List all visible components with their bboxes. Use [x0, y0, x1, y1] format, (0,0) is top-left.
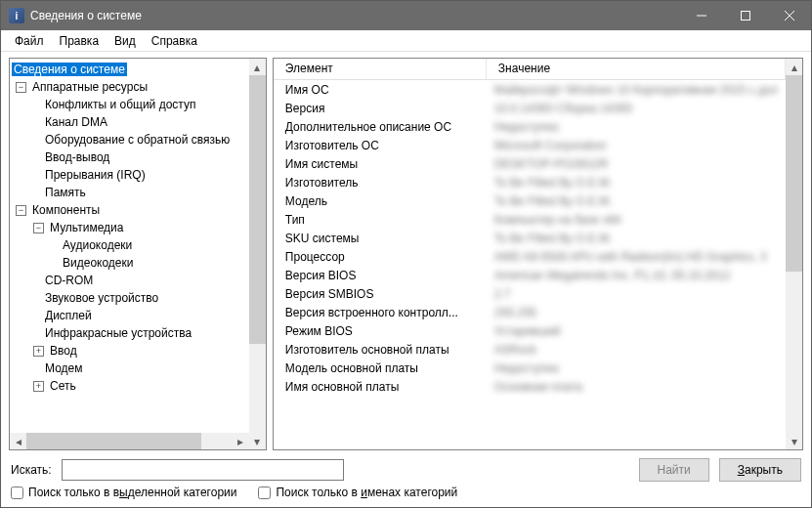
cell-value: 255.255 — [487, 306, 786, 319]
menu-help[interactable]: Справка — [144, 32, 205, 50]
cell-value: Недоступно — [487, 120, 786, 134]
expand-icon[interactable]: + — [33, 346, 44, 357]
table-row[interactable]: Версия встроенного контролл...255.255 — [274, 303, 786, 321]
cell-value: American Megatrends Inc. P1.10, 05.10.20… — [487, 269, 786, 282]
collapse-icon[interactable]: − — [16, 82, 26, 93]
scroll-up-icon[interactable]: ▴ — [786, 59, 802, 75]
table-row[interactable]: Изготовитель основной платыASRock — [274, 340, 786, 359]
details-panel: Элемент Значение Имя ОСМайкрософт Window… — [273, 58, 803, 450]
tree-video-codecs[interactable]: Видеокодеки — [61, 256, 135, 270]
menu-edit[interactable]: Правка — [52, 32, 107, 50]
check-category-names[interactable]: Поиск только в именах категорий — [258, 486, 457, 499]
titlebar[interactable]: i Сведения о системе — [1, 1, 811, 30]
cell-value: To Be Filled By O.E.M. — [487, 232, 786, 245]
table-row[interactable]: ПроцессорAMD A8-5500 APU with Radeon(tm)… — [274, 247, 786, 266]
table-row[interactable]: Версия10.0.14393 Сборка 14393 — [274, 99, 786, 117]
table-row[interactable]: Имя ОСМайкрософт Windows 10 Корпоративна… — [274, 80, 786, 99]
table-row[interactable]: ТипКомпьютер на базе x64 — [274, 210, 786, 229]
checkbox-selected-category[interactable] — [11, 487, 23, 499]
tree-multimedia[interactable]: Мультимедиа — [48, 221, 125, 234]
menu-file[interactable]: Файл — [7, 32, 52, 50]
svg-rect-1 — [741, 12, 749, 21]
table-header: Элемент Значение — [274, 59, 786, 80]
menubar: Файл Правка Вид Справка — [1, 30, 811, 52]
cell-element: Изготовитель ОС — [274, 139, 487, 152]
table-row[interactable]: SKU системыTo Be Filled By O.E.M. — [274, 229, 786, 247]
tree-input[interactable]: Ввод — [48, 344, 79, 358]
table-row[interactable]: Имя основной платыОсновная плата — [274, 377, 786, 396]
tree-display[interactable]: Дисплей — [43, 309, 94, 322]
tree-network[interactable]: Сеть — [48, 379, 78, 393]
scroll-up-icon[interactable]: ▴ — [249, 59, 266, 75]
search-input[interactable] — [62, 459, 344, 481]
table-row[interactable]: ИзготовительTo Be Filled By O.E.M. — [274, 173, 786, 191]
cell-value: Компьютер на базе x64 — [487, 213, 786, 227]
cell-value: ASRock — [487, 343, 786, 357]
table-row[interactable]: Версия BIOSAmerican Megatrends Inc. P1.1… — [274, 266, 786, 284]
tree-panel: Сведения о системе −Аппаратные ресурсы К… — [9, 58, 267, 450]
cell-element: SKU системы — [274, 232, 487, 245]
tree-io[interactable]: Ввод-вывод — [43, 150, 111, 164]
tree-memory[interactable]: Память — [43, 186, 88, 199]
cell-value: AMD A8-5500 APU with Radeon(tm) HD Graph… — [487, 250, 786, 264]
window: i Сведения о системе Файл Правка Вид Спр… — [0, 0, 812, 508]
cell-element: Тип — [274, 213, 487, 227]
tree-cdrom[interactable]: CD-ROM — [43, 274, 95, 287]
minimize-button[interactable] — [679, 1, 723, 30]
column-value[interactable]: Значение — [487, 59, 786, 79]
cell-value: 10.0.14393 Сборка 14393 — [487, 102, 786, 115]
tree-infrared[interactable]: Инфракрасные устройства — [43, 326, 193, 340]
tree-irq[interactable]: Прерывания (IRQ) — [43, 168, 148, 182]
tree-dma[interactable]: Канал DMA — [43, 115, 109, 129]
table-body[interactable]: Имя ОСМайкрософт Windows 10 Корпоративна… — [274, 80, 786, 396]
tree-conflicts[interactable]: Конфликты и общий доступ — [43, 98, 197, 111]
column-element[interactable]: Элемент — [274, 59, 487, 79]
tree-feedback-hw[interactable]: Оборудование с обратной связью — [43, 133, 232, 147]
table-row[interactable]: Модель основной платыНедоступно — [274, 359, 786, 377]
close-button[interactable] — [767, 1, 811, 30]
tree-v-scrollbar[interactable]: ▴ ▾ — [249, 59, 266, 449]
tree-root[interactable]: Сведения о системе — [12, 63, 127, 76]
scroll-down-icon[interactable]: ▾ — [786, 433, 802, 449]
category-tree[interactable]: Сведения о системе −Аппаратные ресурсы К… — [10, 59, 249, 433]
cell-value: To Be Filled By O.E.M. — [487, 194, 786, 208]
tree-modem[interactable]: Модем — [43, 361, 84, 375]
collapse-icon[interactable]: − — [16, 205, 26, 216]
cell-value: Устаревший — [487, 324, 786, 338]
scroll-right-icon[interactable]: ▸ — [233, 433, 249, 449]
table-row[interactable]: Имя системыDESKTOP-PO28G2R — [274, 154, 786, 173]
cell-element: Версия — [274, 102, 487, 115]
table-row[interactable]: Версия SMBIOS2.7 — [274, 284, 786, 303]
find-button[interactable]: Найти — [639, 458, 709, 482]
collapse-icon[interactable]: − — [33, 223, 44, 233]
tree-audio-codecs[interactable]: Аудиокодеки — [61, 238, 134, 252]
tree-components[interactable]: Компоненты — [30, 203, 102, 217]
scroll-down-icon[interactable]: ▾ — [249, 433, 266, 449]
scroll-left-icon[interactable]: ◂ — [10, 433, 26, 449]
app-icon: i — [9, 8, 24, 23]
tree-hardware[interactable]: Аппаратные ресурсы — [30, 80, 150, 94]
table-v-scrollbar[interactable]: ▴ ▾ — [786, 59, 802, 449]
table-row[interactable]: Дополнительное описание ОСНедоступно — [274, 117, 786, 136]
search-bar: Искать: Найти Закрыть — [1, 454, 811, 486]
table-row[interactable]: МодельTo Be Filled By O.E.M. — [274, 191, 786, 210]
checkbox-category-names[interactable] — [258, 487, 271, 499]
table-row[interactable]: Режим BIOSУстаревший — [274, 321, 786, 340]
tree-h-scrollbar[interactable]: ◂ ▸ — [10, 433, 249, 449]
cell-element: Версия встроенного контролл... — [274, 306, 487, 319]
tree-sound[interactable]: Звуковое устройство — [43, 291, 160, 305]
cell-value: Недоступно — [487, 361, 786, 375]
cell-element: Модель — [274, 194, 487, 208]
cell-value: Майкрософт Windows 10 Корпоративная 2015… — [487, 83, 786, 97]
cell-element: Изготовитель основной платы — [274, 343, 487, 357]
cell-element: Версия BIOS — [274, 269, 487, 282]
cell-value: Microsoft Corporation — [487, 139, 786, 152]
maximize-button[interactable] — [723, 1, 767, 30]
check-selected-category[interactable]: Поиск только в выделенной категории — [11, 486, 236, 499]
cell-value: DESKTOP-PO28G2R — [487, 157, 786, 171]
close-search-button[interactable]: Закрыть — [719, 458, 801, 482]
table-row[interactable]: Изготовитель ОСMicrosoft Corporation — [274, 136, 786, 154]
expand-icon[interactable]: + — [33, 381, 44, 392]
content-area: Сведения о системе −Аппаратные ресурсы К… — [1, 52, 811, 454]
menu-view[interactable]: Вид — [107, 32, 144, 50]
